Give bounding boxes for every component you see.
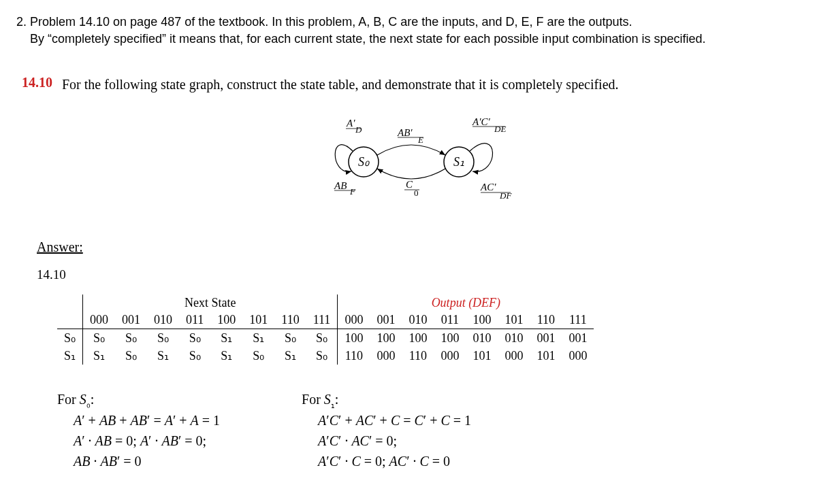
svg-text:DE: DE xyxy=(494,124,506,134)
col-header: 001 xyxy=(115,312,147,329)
svg-text:A′: A′ xyxy=(346,118,355,129)
col-header: 111 xyxy=(562,312,594,329)
output-header: Output (DEF) xyxy=(338,295,594,312)
svg-text:F: F xyxy=(349,186,356,197)
problem-text: For the following state graph, construct… xyxy=(62,75,619,94)
col-header: 001 xyxy=(370,312,402,329)
col-header: 110 xyxy=(530,312,562,329)
col-header: 100 xyxy=(210,312,242,329)
intro-line-2: By “completely specified” it means that,… xyxy=(16,31,801,48)
col-header: 010 xyxy=(402,312,434,329)
svg-text:S₁: S₁ xyxy=(453,155,464,169)
state-graph-svg: S₀ S₁ A′ D AB F AB′ E C 0 A′C′ xyxy=(275,107,547,216)
svg-text:D: D xyxy=(355,124,362,135)
answer-heading: Answer: xyxy=(37,239,801,255)
svg-text:E: E xyxy=(417,135,423,145)
col-header: 011 xyxy=(434,312,466,329)
col-header: 100 xyxy=(466,312,498,329)
state-table: Next State Output (DEF) 000 001 010 011 … xyxy=(57,295,594,365)
table-row: S₁ S₁S₀S₁S₀S₁S₀S₁S₀ 11000011000010100010… xyxy=(57,347,594,365)
answer-number: 14.10 xyxy=(37,267,801,282)
intro-line-1: 2. Problem 14.10 on page 487 of the text… xyxy=(16,14,801,31)
svg-text:0: 0 xyxy=(414,188,419,198)
svg-text:S₀: S₀ xyxy=(358,155,370,169)
svg-text:DF: DF xyxy=(499,190,512,201)
col-header: 110 xyxy=(274,312,306,329)
svg-text:C: C xyxy=(406,179,413,190)
equations-block: For S₀: A′ + AB + AB′ = A′ + A = 1 A′ · … xyxy=(57,392,801,471)
table-row: S₀ S₀S₀S₀S₀S₁S₁S₀S₀ 10010010010001001000… xyxy=(57,329,594,348)
col-header: 000 xyxy=(83,312,116,329)
col-header: 111 xyxy=(306,312,338,329)
svg-text:AC′: AC′ xyxy=(480,182,496,192)
eq-title-s1: For S₁: xyxy=(302,392,471,410)
col-header: 000 xyxy=(338,312,370,329)
next-state-header: Next State xyxy=(83,295,338,312)
col-header: 101 xyxy=(242,312,274,329)
state-graph-diagram: S₀ S₁ A′ D AB F AB′ E C 0 A′C′ xyxy=(22,107,801,219)
textbook-problem: 14.10 For the following state graph, con… xyxy=(22,75,801,219)
eq-title-s0: For S₀: xyxy=(57,392,220,410)
equations-s1: For S₁: A′C′ + AC′ + C = C′ + C = 1 A′C′… xyxy=(302,392,471,471)
svg-text:AB′: AB′ xyxy=(397,127,413,138)
col-header: 010 xyxy=(147,312,179,329)
col-header: 101 xyxy=(498,312,530,329)
col-header: 011 xyxy=(179,312,210,329)
problem-intro: 2. Problem 14.10 on page 487 of the text… xyxy=(16,14,801,48)
svg-text:A′C′: A′C′ xyxy=(472,116,490,127)
svg-text:AB: AB xyxy=(334,180,347,191)
problem-number: 14.10 xyxy=(22,75,52,90)
equations-s0: For S₀: A′ + AB + AB′ = A′ + A = 1 A′ · … xyxy=(57,392,220,471)
